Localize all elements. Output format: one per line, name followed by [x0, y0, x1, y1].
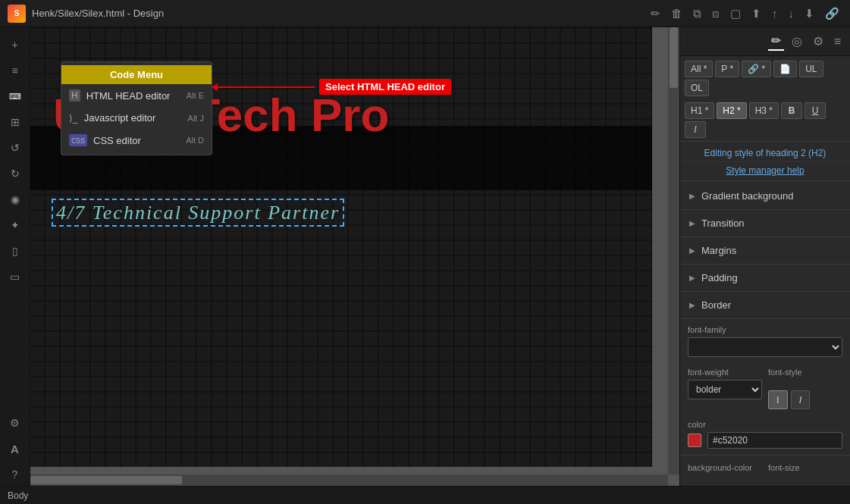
accordion-gradient-arrow: ▶ — [689, 192, 695, 200]
accordion-gradient-label: Gradient background — [701, 190, 793, 202]
move-down-bottom-icon[interactable]: ⬇ — [801, 5, 817, 22]
html-icon: H — [69, 89, 80, 102]
style-btn-u[interactable]: U — [805, 102, 826, 119]
style-btn-h1[interactable]: H1 * — [685, 102, 714, 119]
bottom-bar: Body — [0, 486, 850, 504]
sidebar-media-icon[interactable]: ⊞ — [4, 111, 27, 133]
accordion-transition-header[interactable]: ▶ Transition — [680, 210, 850, 236]
gear-tab-icon[interactable]: ⚙ — [810, 33, 826, 50]
right-panel: ✏ ◎ ⚙ ≡ All * P * 🔗 * 📄 UL OL H1 * H2 * … — [679, 27, 850, 486]
sidebar-gear-icon[interactable]: ⚙ — [4, 412, 27, 434]
font-family-section: font-family — [680, 319, 850, 363]
sidebar-code-icon[interactable]: ⌨ — [4, 85, 27, 108]
canvas-horizontal-scrollbar[interactable] — [30, 474, 668, 486]
sidebar-help-icon[interactable]: ? — [4, 463, 27, 486]
canvas-scrollbar-thumb[interactable] — [30, 476, 182, 484]
annotation: Select HTML HEAD editor — [216, 79, 451, 95]
paste-icon[interactable]: ⧈ — [709, 5, 723, 22]
accordion-border-arrow: ▶ — [689, 301, 695, 309]
font-style-italic-btn[interactable]: I — [791, 390, 811, 409]
font-weight-select[interactable]: bolder bold normal lighter — [688, 380, 762, 399]
bg-color-col: background-color — [688, 463, 762, 475]
accordion-border-header[interactable]: ▶ Border — [680, 292, 850, 318]
css-editor-item[interactable]: css CSS editor Alt D — [61, 129, 212, 152]
accordion-gradient-header[interactable]: ▶ Gradient background — [680, 183, 850, 209]
delete-icon[interactable]: 🗑 — [668, 5, 685, 21]
sidebar-redo-icon[interactable]: ↻ — [4, 162, 27, 185]
list-tab-icon[interactable]: ≡ — [831, 33, 844, 50]
color-input[interactable] — [707, 432, 842, 449]
accordion-margins-arrow: ▶ — [689, 246, 695, 255]
accordion-transition-label: Transition — [701, 218, 745, 229]
right-panel-tabs: ✏ ◎ ⚙ ≡ — [680, 27, 850, 56]
accordion-padding-label: Padding — [701, 272, 738, 283]
style-btn-h3[interactable]: H3 * — [749, 102, 779, 119]
bg-color-label: background-color — [688, 463, 762, 472]
style-buttons-row2: H1 * H2 * H3 * B U I — [680, 98, 850, 139]
bg-fontsize-section: background-color font-size — [680, 455, 850, 481]
accordion-border: ▶ Border — [680, 292, 850, 319]
brush-tab-icon[interactable]: ◎ — [789, 33, 805, 50]
style-btn-all[interactable]: All * — [685, 61, 713, 77]
accordion-padding-header[interactable]: ▶ Padding — [680, 265, 850, 291]
style-btn-p[interactable]: P * — [715, 61, 739, 77]
canvas-scrollbar-v-thumb[interactable] — [670, 27, 678, 88]
move-up-top-icon[interactable]: ⬆ — [748, 5, 764, 22]
style-btn-i[interactable]: I — [685, 121, 706, 138]
color-swatch[interactable] — [688, 434, 701, 447]
sidebar-undo-icon[interactable]: ↺ — [4, 136, 27, 159]
style-btn-b[interactable]: B — [781, 102, 802, 119]
link-icon[interactable]: 🔗 — [822, 5, 842, 22]
font-size-label: font-size — [768, 463, 842, 472]
move-up-icon[interactable]: ↑ — [769, 5, 781, 21]
font-family-label: font-family — [688, 325, 842, 334]
sidebar-text-icon[interactable]: A — [4, 437, 27, 460]
canvas-vertical-scrollbar[interactable] — [668, 27, 679, 474]
color-label: color — [688, 420, 842, 429]
css-editor-shortcut: Alt D — [186, 136, 204, 145]
code-menu-dropdown: Code Menu H HTML HEAD editor Alt E ⟩_ Ja… — [61, 61, 212, 155]
html-head-shortcut: Alt E — [187, 91, 204, 100]
font-family-select[interactable] — [688, 337, 842, 357]
css-editor-label: CSS editor — [93, 135, 180, 146]
annotation-text: Select HTML HEAD editor — [319, 79, 451, 95]
css-icon: css — [69, 134, 87, 146]
sidebar-desktop-icon[interactable]: ▭ — [4, 265, 27, 288]
pen-tab-icon[interactable]: ✏ — [768, 32, 784, 51]
breadcrumb[interactable]: Body — [8, 490, 28, 501]
js-editor-label: Javascript editor — [84, 112, 182, 124]
accordion-margins-header[interactable]: ▶ Margins — [680, 237, 850, 264]
style-manager-help[interactable]: Style manager help — [680, 162, 850, 179]
sidebar-cursor-icon[interactable]: ✦ — [4, 214, 27, 236]
style-btn-h2[interactable]: H2 * — [717, 102, 746, 119]
top-bar: S Henk/Silex/Silex.html - Design ✏ 🗑 ⧉ ⧈… — [0, 0, 850, 27]
html-head-editor-item[interactable]: H HTML HEAD editor Alt E — [61, 84, 212, 107]
sidebar-mobile-icon[interactable]: ▯ — [4, 239, 27, 262]
javascript-editor-item[interactable]: ⟩_ Javascript editor Alt J — [61, 107, 212, 129]
color-row — [688, 432, 842, 449]
font-style-regular-btn[interactable]: I — [768, 390, 788, 409]
style-btn-ul[interactable]: UL — [799, 61, 823, 77]
main-layout: + ≡ ⌨ ⊞ ↺ ↻ ◉ ✦ ▯ ▭ ⚙ A ? Code Menu H HT… — [0, 27, 850, 486]
js-editor-shortcut: Alt J — [188, 114, 204, 123]
sidebar-layers-icon[interactable]: ≡ — [4, 59, 27, 82]
style-btn-ol[interactable]: OL — [685, 80, 709, 96]
move-down-icon[interactable]: ↓ — [786, 5, 798, 21]
copy-icon[interactable]: ⧉ — [690, 5, 704, 22]
font-weight-col: font-weight bolder bold normal lighter — [688, 368, 762, 409]
edit-icon[interactable]: ✏ — [648, 5, 663, 22]
font-size-col: font-size — [768, 463, 842, 475]
code-menu-title: Code Menu — [61, 65, 212, 84]
editing-label: Editing style of heading 2 (H2) — [680, 143, 850, 162]
app-logo: S — [8, 5, 26, 23]
canvas-area: Code Menu H HTML HEAD editor Alt E ⟩_ Ja… — [30, 27, 679, 486]
style-btn-file[interactable]: 📄 — [773, 61, 797, 77]
sidebar-add-icon[interactable]: + — [4, 33, 27, 56]
bg-fontsize-row: background-color font-size — [688, 463, 842, 475]
style-btn-link[interactable]: 🔗 * — [742, 61, 771, 77]
frame-icon[interactable]: ▢ — [727, 5, 744, 22]
accordion-transition-arrow: ▶ — [689, 219, 695, 227]
font-style-col: font-style I I — [768, 368, 842, 409]
sidebar-eye-icon[interactable]: ◉ — [4, 188, 27, 211]
html-head-label: HTML HEAD editor — [86, 90, 180, 102]
